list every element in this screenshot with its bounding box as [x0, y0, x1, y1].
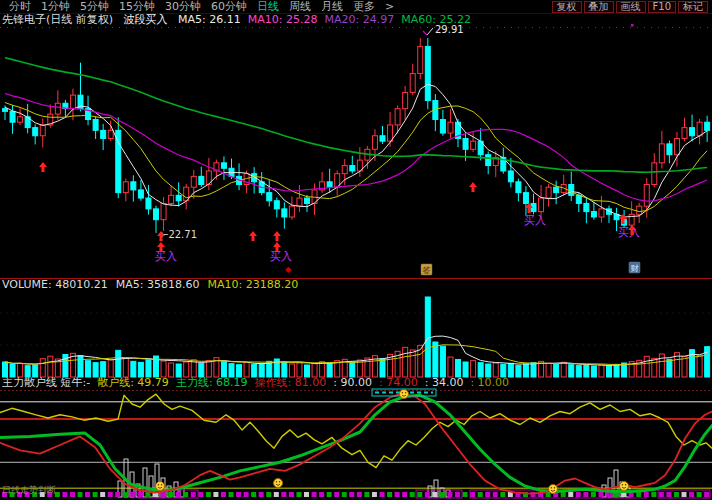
svg-text:买入: 买入: [524, 214, 546, 227]
oscillator-line-2: [0, 394, 712, 493]
oscillator-pane: [0, 389, 712, 498]
volume-bars: [3, 297, 710, 377]
smiley-marker: [274, 479, 283, 488]
svg-text:财: 财: [631, 264, 639, 273]
period-tab-日线[interactable]: 日线: [252, 1, 284, 13]
indicator-header-item-0: 主力散户线 短牛:-: [2, 376, 90, 389]
stock-title: 先锋电子(日线 前复权): [2, 13, 113, 26]
indicator-header-item-6: : 34.00: [425, 376, 464, 389]
signal-label: 波段买入: [124, 13, 168, 26]
indicator-header-item-5: : 74.00: [379, 376, 418, 389]
smiley-marker: [549, 485, 558, 494]
svg-text:签: 签: [423, 266, 431, 275]
period-tab-更多[interactable]: 更多: [348, 1, 380, 13]
toolbar: 分时1分钟5分钟15分钟30分钟60分钟日线周线月线更多> 复权叠加画线F10标…: [0, 0, 712, 14]
tool-button-画线[interactable]: 画线: [616, 1, 646, 13]
indicator-header: 主力散户线 短牛:-散户线: 49.79主力线: 68.19操作线: 81.00…: [2, 377, 516, 389]
period-tab->[interactable]: >: [380, 1, 399, 13]
period-tabs: 分时1分钟5分钟15分钟30分钟60分钟日线周线月线更多>: [0, 1, 399, 13]
toolbar-tools: 复权叠加画线F10标记: [552, 1, 712, 13]
tool-button-叠加[interactable]: 叠加: [584, 1, 614, 13]
price-ma-value-3: MA60: 25.22: [401, 13, 471, 26]
volume-header-item-2: MA10: 23188.20: [207, 278, 298, 291]
indicator-header-item-2: 主力线: 68.19: [176, 376, 248, 389]
price-ma-value-2: MA20: 24.97: [325, 13, 395, 26]
period-tab-60分钟[interactable]: 60分钟: [206, 1, 252, 13]
smiley-marker: [620, 482, 629, 491]
period-tab-月线[interactable]: 月线: [316, 1, 348, 13]
event-icon[interactable]: 签: [421, 264, 432, 275]
period-tab-15分钟[interactable]: 15分钟: [114, 1, 160, 13]
tool-button-标记[interactable]: 标记: [678, 1, 708, 13]
svg-text:买入: 买入: [155, 250, 177, 263]
svg-text:买入: 买入: [618, 226, 640, 239]
volume-header: VOLUME: 48010.21MA5: 35818.60MA10: 23188…: [2, 279, 306, 291]
buy-arrow-icon: [249, 231, 257, 241]
footer-strip-label: 日线走势判断: [2, 484, 56, 497]
tool-button-复权[interactable]: 复权: [552, 1, 582, 13]
period-tab-5分钟[interactable]: 5分钟: [75, 1, 114, 13]
buy-arrow-icon: [39, 162, 47, 172]
smiley-marker: [156, 482, 165, 491]
buy-arrow-icon: [273, 231, 281, 241]
trading-app-window: 29.91←22.71买入买入买入买入签财◆ 分时1分钟5分钟15分钟30分钟6…: [0, 0, 712, 500]
period-tab-30分钟[interactable]: 30分钟: [160, 1, 206, 13]
volume-header-item-1: MA5: 35818.60: [116, 278, 200, 291]
tool-button-F10[interactable]: F10: [648, 1, 676, 13]
buy-arrow-icon: [469, 182, 477, 192]
indicator-header-item-4: : 90.00: [333, 376, 372, 389]
oscillator-line-1: [0, 395, 712, 491]
price-ma-value-0: MA5: 26.11: [178, 13, 241, 26]
candlesticks: [3, 38, 710, 233]
volume-header-item-0: VOLUME: 48010.21: [2, 278, 108, 291]
svg-text:←22.71: ←22.71: [160, 229, 197, 240]
indicator-header-item-3: 操作线: 81.00: [255, 376, 327, 389]
period-tab-分时[interactable]: 分时: [4, 1, 36, 13]
event-icon[interactable]: 财: [629, 262, 640, 273]
svg-text:◆: ◆: [285, 265, 292, 274]
stock-header: 先锋电子(日线 前复权) 波段买入 MA5: 26.11MA10: 25.28M…: [2, 14, 478, 26]
indicator-header-item-7: : 10.00: [470, 376, 509, 389]
chart-canvas[interactable]: 29.91←22.71买入买入买入买入签财◆: [0, 0, 712, 500]
period-tab-周线[interactable]: 周线: [284, 1, 316, 13]
svg-text:买入: 买入: [270, 250, 292, 263]
smiley-marker: [400, 390, 409, 399]
price-ma-value-1: MA10: 25.28: [248, 13, 318, 26]
indicator-header-item-1: 散户线: 49.79: [97, 376, 169, 389]
period-tab-1分钟[interactable]: 1分钟: [36, 1, 75, 13]
